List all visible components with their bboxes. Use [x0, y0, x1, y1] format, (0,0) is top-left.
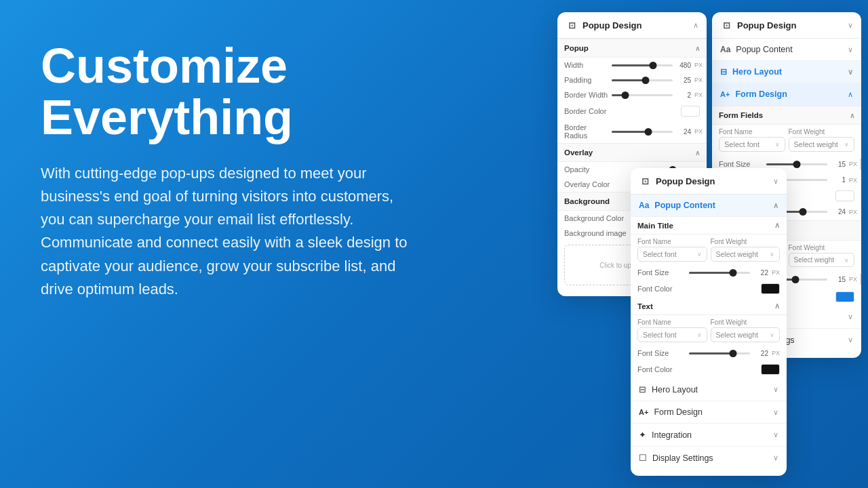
font-name-select[interactable]: Select font ∨ — [719, 137, 785, 152]
border-radius-slider[interactable] — [612, 131, 673, 133]
popup-design-icon: ⊡ — [720, 19, 732, 31]
popup-section-header: Popup ∧ — [557, 39, 707, 58]
nav-form-design[interactable]: A+ Form Design ∧ — [712, 83, 861, 106]
font-weight-group: Font Weight Select weight ∨ — [789, 128, 855, 152]
text-size-row: Font Size 22 PX — [631, 346, 787, 361]
panel-mid-chevron[interactable]: ∧ — [693, 21, 698, 30]
popup-content-icon: Aa — [720, 45, 730, 54]
nav-popup-content-front[interactable]: Aa Popup Content ∧ — [631, 195, 787, 217]
text-color-row: Font Color — [631, 361, 787, 378]
hero-layout-icon: ⊟ — [720, 67, 727, 77]
hero-title: Customize Everything — [41, 41, 420, 143]
nav-display-settings-front[interactable]: ☐ Display Settings ∨ — [631, 447, 787, 469]
display-settings-icon-front: ☐ — [639, 453, 647, 463]
font-size-slider[interactable] — [766, 163, 827, 165]
width-slider[interactable] — [612, 64, 673, 66]
nav-integration-front[interactable]: ✦ Integration ∨ — [631, 424, 787, 447]
panel-front-chevron[interactable]: ∨ — [773, 177, 778, 186]
nav-popup-content[interactable]: Aa Popup Content ∨ — [712, 39, 861, 61]
text-font-select[interactable]: Select font ∨ — [637, 327, 707, 342]
font-color-swatch[interactable] — [860, 159, 861, 169]
padding-slider[interactable] — [612, 79, 673, 81]
border-radius-row: Border Radius 24 PX — [557, 120, 707, 143]
size-15-color[interactable] — [860, 274, 861, 285]
font-weight-group-2: Font Weight Select weight ∨ — [789, 244, 855, 267]
popup-content-label: Popup Content — [736, 45, 792, 54]
font-name-group: Font Name Select font ∨ — [719, 128, 785, 152]
popup-content-label-front: Popup Content — [654, 201, 715, 210]
form-design-icon: A+ — [720, 90, 730, 98]
overlay-color-swatch[interactable] — [835, 291, 854, 302]
panel-front-header: ⊡ Popup Design ∨ — [631, 168, 787, 195]
integration-label-front: Integration — [652, 430, 692, 440]
main-title-color-row: Font Color — [631, 280, 787, 298]
form-design-icon-front: A+ — [639, 408, 648, 416]
text-weight-select[interactable]: Select weight ∨ — [711, 327, 781, 342]
text-size-slider[interactable] — [689, 352, 750, 354]
panel-right-title-group: ⊡ Popup Design — [720, 19, 796, 31]
extra-color-swatch[interactable] — [835, 190, 854, 201]
main-title-size-slider[interactable] — [689, 272, 750, 274]
main-title-size-row: Font Size 22 PX — [631, 265, 787, 280]
main-title-font-row: Font Name Select font ∨ Font Weight Sele… — [631, 235, 787, 265]
nav-hero-layout[interactable]: ⊟ Hero Layout ∨ — [712, 61, 861, 83]
hero-description: With cutting-edge pop-ups designed to me… — [41, 162, 420, 301]
font-name-weight-row: Font Name Select font ∨ Font Weight Sele… — [712, 125, 861, 155]
nav-form-design-front[interactable]: A+ Form Design ∨ — [631, 401, 787, 424]
popup-content-icon-front: Aa — [639, 201, 649, 210]
text-font-row: Font Name Select font ∨ Font Weight Sele… — [631, 315, 787, 346]
panel-right-chevron[interactable]: ∨ — [848, 21, 853, 30]
extra-weight-select[interactable]: Select weight ∨ — [789, 253, 855, 267]
panel-front-title: Popup Design — [656, 176, 715, 186]
border-color-swatch[interactable] — [681, 106, 700, 117]
form-design-label-front: Form Design — [654, 407, 703, 417]
hero-section: Customize Everything With cutting-edge p… — [41, 41, 420, 301]
panel-mid-icon: ⊡ — [566, 19, 578, 31]
panel-right-header: ⊡ Popup Design ∨ — [712, 12, 861, 39]
font-weight-select[interactable]: Select weight ∨ — [789, 137, 855, 152]
text-color-swatch[interactable] — [761, 364, 780, 375]
panel-front-icon: ⊡ — [639, 175, 651, 187]
panel-front: ⊡ Popup Design ∨ Aa Popup Content ∧ Main… — [631, 168, 787, 476]
form-design-label: Form Design — [735, 89, 787, 99]
border-width-slider[interactable] — [612, 94, 673, 96]
padding-row: Padding 25 PX — [557, 73, 707, 87]
hero-layout-label: Hero Layout — [732, 67, 782, 77]
overlay-section-header: Overlay ∧ — [557, 143, 707, 162]
nav-hero-layout-front[interactable]: ⊟ Hero Layout ∨ — [631, 378, 787, 401]
panel-mid-title: Popup Design — [583, 20, 642, 30]
panel-right-title: Popup Design — [737, 20, 796, 30]
main-title-font-select[interactable]: Select font ∨ — [637, 247, 707, 262]
form-fields-header: Form Fields ∧ — [712, 106, 861, 125]
main-title-header: Main Title ∧ — [631, 217, 787, 235]
text-header: Text ∧ — [631, 298, 787, 315]
width-row: Width 480 PX — [557, 58, 707, 73]
hero-layout-icon-front: ⊟ — [639, 384, 646, 394]
main-title-color-swatch[interactable] — [761, 283, 780, 294]
panel-mid-header: ⊡ Popup Design ∧ — [557, 12, 707, 39]
main-title-weight-select[interactable]: Select weight ∨ — [711, 247, 781, 262]
border-width-row: Border Width 2 PX — [557, 87, 707, 102]
display-settings-label-front: Display Settings — [652, 453, 713, 463]
hero-layout-label-front: Hero Layout — [652, 385, 698, 394]
border-color-row: Border Color — [557, 102, 707, 120]
integration-icon-front: ✦ — [639, 430, 646, 440]
